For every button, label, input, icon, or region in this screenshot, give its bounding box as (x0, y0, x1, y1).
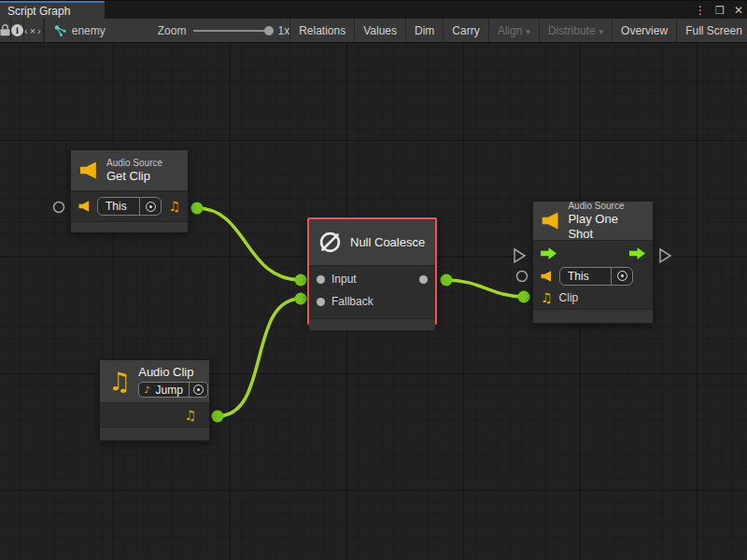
null-coalesce-icon (317, 230, 343, 255)
flow-out-triangle[interactable] (660, 249, 670, 262)
align-dropdown[interactable]: Align ▾ (489, 19, 540, 42)
node-play-one-shot-footer (533, 309, 653, 323)
graph-reference[interactable]: enemy (45, 19, 106, 42)
node-play-one-shot[interactable]: Audio Source Play One Shot This (532, 201, 654, 324)
code-icon: ‹×› (24, 25, 43, 36)
full-screen-label: Full Screen (685, 24, 742, 37)
this-field-value: This (98, 200, 139, 213)
variable-field[interactable]: ♪ Jump (138, 382, 208, 398)
node-title: Null Coalesce (350, 235, 425, 250)
node-play-one-shot-header: Audio Source Play One Shot (533, 202, 653, 241)
wire-audioclip-to-fallback[interactable] (218, 299, 301, 416)
input-port-dot[interactable] (317, 275, 325, 284)
node-title: Get Clip (106, 169, 162, 184)
node-get-clip-ports: This ♫ (71, 191, 188, 221)
node-audio-clip-ports: ♫ (100, 403, 209, 427)
menu-icon[interactable]: ⋮ (695, 1, 706, 20)
node-audio-clip[interactable]: ♫ Audio Clip ♪ Jump ♫ (99, 359, 210, 441)
fallback-port-row: Fallback (309, 290, 435, 313)
zoom-slider-handle[interactable] (264, 26, 274, 35)
graph-canvas[interactable]: Audio Source Get Clip This ♫ (0, 43, 747, 560)
tab-title: Script Graph (7, 5, 70, 18)
node-category: Audio Source (106, 158, 162, 169)
audio-source-icon (78, 201, 91, 212)
clip-port-row: ♫ Clip (533, 287, 653, 309)
result-port-dot[interactable] (419, 275, 428, 284)
wire-result-to-clip[interactable] (446, 280, 524, 297)
wire-getclip-to-input[interactable] (197, 208, 301, 280)
object-picker-button[interactable] (190, 385, 207, 395)
audio-clip-icon: ♫ (168, 200, 180, 213)
this-field[interactable]: This (97, 197, 162, 216)
align-label: Align (498, 24, 523, 37)
node-audio-clip-footer (100, 427, 209, 440)
full-screen-button[interactable]: Full Screen (677, 19, 747, 42)
port-result-endpoint[interactable] (441, 274, 453, 287)
clip-port-label: Clip (559, 291, 579, 304)
info-icon: i (11, 24, 23, 36)
node-category: Audio Source (568, 201, 644, 212)
audio-clip-icon: ♫ (184, 409, 196, 422)
values-label: Values (363, 24, 397, 37)
maximize-icon[interactable]: ❒ (715, 1, 725, 20)
note-icon: ♪ (139, 385, 149, 395)
input-port-row: Input (309, 268, 435, 290)
port-clip-endpoint[interactable] (518, 291, 530, 303)
dim-label: Dim (415, 24, 434, 37)
dim-button[interactable]: Dim (406, 19, 444, 42)
carry-button[interactable]: Carry (444, 19, 488, 42)
values-button[interactable]: Values (355, 19, 406, 42)
node-get-clip[interactable]: Audio Source Get Clip This ♫ (70, 149, 189, 233)
this-port-row: This (533, 265, 653, 287)
code-preview-button[interactable]: ‹×› (24, 19, 44, 42)
inspect-button[interactable]: i (11, 19, 24, 42)
flow-in-triangle[interactable] (514, 249, 525, 262)
lock-icon (0, 24, 10, 36)
this-field[interactable]: This (559, 267, 633, 286)
node-title: Play One Shot (568, 212, 644, 242)
zoom-value: 1x (277, 24, 289, 37)
overview-label: Overview (621, 24, 668, 37)
tab-script-graph[interactable]: Script Graph (0, 1, 105, 20)
port-getclip-this[interactable] (54, 203, 64, 213)
relations-button[interactable]: Relations (290, 19, 355, 42)
zoom-slider[interactable] (193, 30, 270, 32)
close-icon[interactable]: ✕ (734, 1, 743, 20)
port-input-endpoint[interactable] (295, 274, 307, 287)
node-get-clip-header: Audio Source Get Clip (71, 150, 188, 191)
zoom-control: Zoom 1x (106, 19, 290, 42)
node-null-coalesce-footer (309, 318, 435, 330)
node-audio-clip-header: ♫ Audio Clip ♪ Jump (100, 360, 209, 403)
port-playoneshot-this[interactable] (517, 272, 528, 282)
lock-button[interactable] (0, 19, 11, 42)
graph-icon (54, 25, 66, 36)
this-field-value: This (560, 270, 611, 283)
chevron-down-icon: ▾ (599, 27, 604, 36)
port-audioclip-output[interactable] (212, 411, 224, 423)
distribute-dropdown[interactable]: Distribute ▾ (540, 19, 613, 42)
audio-source-icon (541, 271, 553, 282)
graph-name: enemy (72, 24, 106, 37)
flow-in-arrow-icon[interactable] (541, 247, 557, 259)
node-get-clip-footer (71, 221, 188, 231)
object-picker-button[interactable] (612, 271, 632, 281)
fallback-port-dot[interactable] (317, 298, 325, 306)
overview-button[interactable]: Overview (613, 19, 677, 42)
zoom-label: Zoom (158, 24, 187, 37)
relations-label: Relations (299, 24, 345, 37)
node-title: Audio Clip (138, 365, 208, 380)
titlebar: Script Graph ⋮ ❒ ✕ (0, 0, 747, 19)
port-getclip-output[interactable] (191, 203, 204, 215)
object-picker-button[interactable] (140, 202, 161, 212)
flow-port-row (533, 241, 653, 265)
node-null-coalesce[interactable]: Null Coalesce Input Fallback (307, 217, 437, 325)
distribute-label: Distribute (548, 24, 596, 37)
audio-clip-icon: ♫ (541, 291, 553, 304)
port-fallback-endpoint[interactable] (295, 293, 307, 305)
flow-out-arrow-icon[interactable] (629, 247, 645, 259)
variable-name: Jump (150, 384, 189, 397)
target-icon (617, 271, 627, 281)
audio-source-icon (79, 161, 99, 179)
audio-clip-icon: ♫ (108, 369, 131, 394)
chevron-down-icon: ▾ (526, 27, 530, 36)
